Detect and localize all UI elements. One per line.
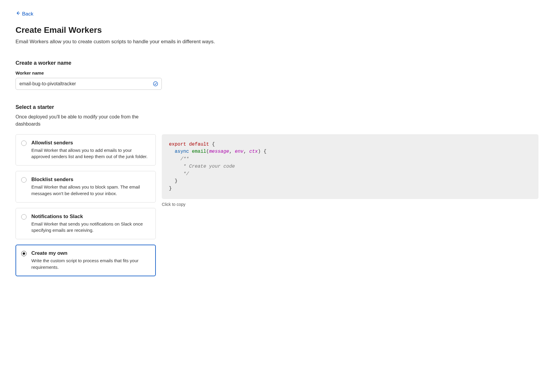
code-token: * Create your code <box>169 164 235 169</box>
code-token: ) { <box>258 149 267 154</box>
code-token: } <box>169 186 172 191</box>
starter-title: Notifications to Slack <box>31 214 150 220</box>
code-token: , <box>229 149 235 154</box>
starter-heading: Select a starter <box>16 104 538 110</box>
radio-icon <box>21 141 27 146</box>
code-token: /** <box>169 156 189 162</box>
copy-hint: Click to copy <box>162 202 538 207</box>
starter-description: Once deployed you'll be able to modify y… <box>16 113 144 128</box>
worker-name-input[interactable] <box>16 78 162 90</box>
starter-option-custom[interactable]: Create my own Write the custom script to… <box>16 245 156 276</box>
starter-desc: Email Worker that sends you notification… <box>31 221 150 234</box>
starter-title: Allowlist senders <box>31 140 150 146</box>
code-token: message <box>209 149 229 154</box>
page-title: Create Email Workers <box>16 25 538 35</box>
back-link[interactable]: Back <box>16 11 33 17</box>
radio-icon <box>21 177 27 183</box>
starter-list: Allowlist senders Email Worker that allo… <box>16 134 156 282</box>
code-token: default <box>189 142 209 147</box>
code-token: email <box>189 149 206 154</box>
back-label: Back <box>22 11 33 17</box>
check-circle-icon <box>153 81 158 87</box>
radio-icon <box>21 214 27 220</box>
code-token: ctx <box>249 149 258 154</box>
starter-title: Blocklist senders <box>31 177 150 183</box>
radio-icon <box>21 251 27 256</box>
code-token: ( <box>206 149 209 154</box>
code-token: */ <box>169 171 189 177</box>
code-token: , <box>244 149 249 154</box>
worker-name-label: Worker name <box>16 70 538 75</box>
code-preview[interactable]: export default { async email(message, en… <box>162 134 538 199</box>
code-token: async <box>169 149 189 154</box>
starter-title: Create my own <box>31 250 150 256</box>
svg-point-0 <box>153 81 158 86</box>
starter-option-slack[interactable]: Notifications to Slack Email Worker that… <box>16 208 156 240</box>
starter-desc: Email Worker that allows you to block sp… <box>31 184 150 197</box>
code-token: { <box>209 142 215 147</box>
code-token: } <box>169 178 178 184</box>
page-subtitle: Email Workers allow you to create custom… <box>16 38 538 46</box>
starter-option-blocklist[interactable]: Blocklist senders Email Worker that allo… <box>16 171 156 203</box>
worker-name-heading: Create a worker name <box>16 60 538 66</box>
code-token: env <box>235 149 244 154</box>
code-token: export <box>169 142 186 147</box>
starter-option-allowlist[interactable]: Allowlist senders Email Worker that allo… <box>16 134 156 166</box>
arrow-left-icon <box>16 11 20 17</box>
starter-desc: Email Worker that allows you to add emai… <box>31 147 150 160</box>
starter-desc: Write the custom script to process email… <box>31 257 150 271</box>
